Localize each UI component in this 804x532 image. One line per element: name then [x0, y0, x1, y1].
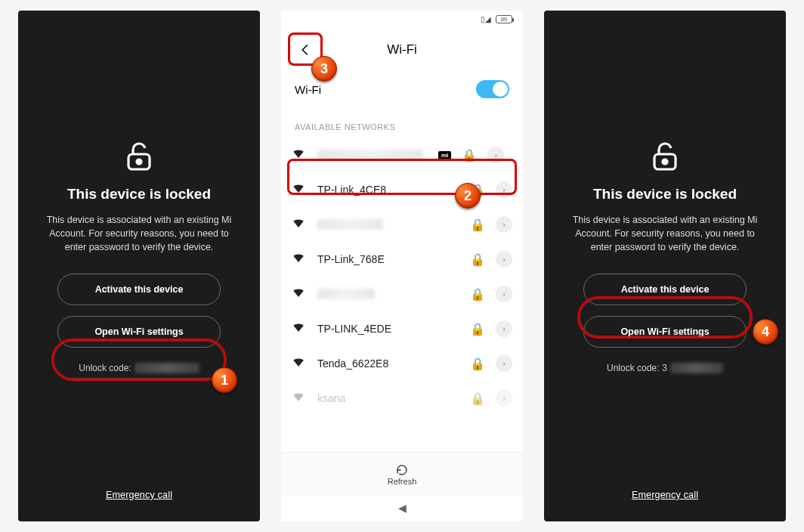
step-badge-3: 3	[311, 56, 337, 82]
network-row-6[interactable]: TP-LINK_4EDE 🔒 ›	[281, 311, 523, 346]
chevron-right-icon[interactable]: ›	[496, 181, 512, 198]
network-name-blurred	[317, 219, 383, 230]
unlock-code-row: Unlock code: 3	[607, 363, 723, 373]
lock-title: This device is locked	[593, 186, 737, 203]
wifi-signal-icon	[292, 286, 307, 302]
battery-icon: 89	[496, 15, 512, 23]
wifi-signal-icon	[292, 181, 307, 198]
unlock-icon	[121, 138, 157, 177]
network-row-5[interactable]: 🔒 ›	[281, 277, 523, 311]
wifi-signal-icon	[292, 147, 307, 163]
unlock-code-label: Unlock code:	[607, 363, 659, 373]
wifi-signal-icon	[292, 355, 307, 372]
nav-back-triangle[interactable]: ◀	[281, 502, 523, 514]
activate-device-button[interactable]: Activate this device	[583, 274, 747, 305]
lock-description: This device is associated with an existi…	[562, 213, 768, 254]
chevron-right-icon[interactable]: ›	[496, 320, 512, 337]
available-networks-label: AVAILABLE NETWORKS	[281, 109, 523, 138]
open-wifi-settings-button[interactable]: Open Wi-Fi settings	[583, 316, 747, 348]
unlock-code-label: Unlock code:	[79, 363, 131, 373]
chevron-right-icon[interactable]: ›	[496, 216, 512, 233]
network-name: TP-Link_768E	[317, 253, 459, 265]
svg-point-1	[137, 159, 141, 164]
lock-icon: 🔒	[470, 252, 485, 267]
wifi-signal-icon	[292, 216, 307, 233]
network-row-1[interactable]: mi 🔒 ›	[281, 138, 523, 172]
unlock-code-value-blurred	[670, 363, 723, 373]
network-name: TP-Link_4CE8	[317, 184, 459, 196]
network-name-blurred	[317, 289, 375, 299]
lock-icon: 🔒	[470, 322, 485, 336]
svg-point-3	[663, 159, 667, 164]
unlock-code-value-blurred	[135, 363, 199, 373]
step-badge-2: 2	[455, 183, 481, 209]
chevron-right-icon[interactable]: ›	[496, 251, 512, 268]
wifi-toggle-label: Wi-Fi	[295, 83, 321, 96]
open-wifi-settings-button[interactable]: Open Wi-Fi settings	[57, 316, 221, 348]
network-row-3[interactable]: 🔒 ›	[281, 207, 523, 242]
emergency-call-link[interactable]: Emergency call	[544, 490, 786, 500]
refresh-button[interactable]: Refresh	[281, 452, 523, 496]
network-row-4[interactable]: TP-Link_768E 🔒 ›	[281, 242, 523, 277]
chevron-right-icon[interactable]: ›	[496, 390, 512, 407]
emergency-call-link[interactable]: Emergency call	[18, 490, 260, 500]
lock-icon: 🔒	[470, 357, 485, 371]
network-name: TP-LINK_4EDE	[317, 323, 459, 335]
phone-3-lock-screen: This device is locked This device is ass…	[544, 11, 786, 521]
network-name: ksana	[317, 392, 459, 404]
wifi-signal-icon	[292, 320, 307, 337]
lock-description: This device is associated with an existi…	[36, 213, 242, 254]
phone-1-lock-screen: This device is locked This device is ass…	[18, 11, 260, 521]
network-row-8[interactable]: ksana 🔒 ›	[281, 381, 523, 416]
phone-2-wifi-settings: ▯◢ 89 Wi-Fi Wi-Fi AVAILABLE NETWORKS mi …	[281, 11, 523, 521]
chevron-right-icon[interactable]: ›	[496, 355, 512, 372]
lock-icon: 🔒	[470, 218, 485, 232]
lock-icon: 🔒	[462, 148, 477, 162]
wifi-signal-icon	[292, 390, 307, 407]
wifi-title: Wi-Fi	[281, 42, 523, 57]
wifi-toggle[interactable]	[476, 80, 509, 98]
status-bar: ▯◢ 89	[281, 11, 523, 27]
unlock-icon	[647, 138, 683, 177]
wifi-signal-icon	[292, 251, 307, 268]
chevron-right-icon[interactable]: ›	[496, 286, 512, 302]
step-badge-1: 1	[212, 367, 237, 393]
step-badge-4: 4	[753, 319, 778, 345]
back-button[interactable]	[293, 38, 317, 62]
refresh-icon	[395, 463, 409, 477]
signal-icon: ▯◢	[481, 15, 491, 23]
network-row-2[interactable]: TP-Link_4CE8 🔒 ›	[281, 172, 523, 207]
network-row-7[interactable]: Tenda_6622E8 🔒 ›	[281, 346, 523, 381]
refresh-label: Refresh	[388, 477, 417, 486]
lock-icon: 🔒	[470, 391, 485, 406]
network-list: mi 🔒 › TP-Link_4CE8 🔒 › 🔒 › TP-Link_768E…	[281, 138, 523, 416]
lock-screen-content: This device is locked This device is ass…	[544, 11, 786, 521]
lock-icon: 🔒	[470, 287, 485, 302]
activate-device-button[interactable]: Activate this device	[57, 274, 221, 305]
unlock-code-row: Unlock code:	[79, 363, 199, 373]
mi-badge: mi	[438, 151, 451, 159]
lock-screen-content: This device is locked This device is ass…	[18, 11, 260, 521]
network-name: Tenda_6622E8	[317, 357, 459, 370]
network-name-blurred	[317, 150, 423, 160]
lock-title: This device is locked	[67, 186, 211, 203]
chevron-right-icon[interactable]: ›	[487, 147, 504, 163]
